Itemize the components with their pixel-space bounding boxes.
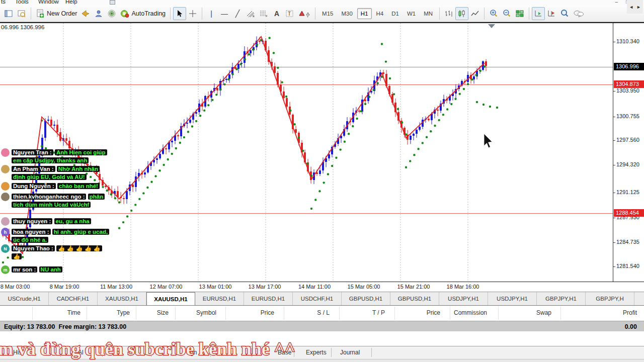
menu-window[interactable]: Window xyxy=(38,0,59,5)
symbol-tab-xauusd-h1[interactable]: XAUUSD,H1 xyxy=(98,292,146,305)
horizontal-line-icon[interactable]: — xyxy=(218,7,231,20)
timeframe-w1[interactable]: W1 xyxy=(404,8,419,19)
symbol-tab-xauusd-h1[interactable]: XAUUSD,H1 xyxy=(146,292,195,305)
symbol-tab-usdjpy-h1[interactable]: USDJPY,H1 xyxy=(488,292,537,305)
tile-windows-icon[interactable] xyxy=(513,7,526,20)
candle-body xyxy=(225,79,227,80)
candle-body xyxy=(358,111,360,112)
column-separator xyxy=(394,307,395,320)
chat-text: eu, gu a nha xyxy=(54,218,91,224)
sar-dot xyxy=(298,137,300,139)
mt4-window: ts Tools Window Help – □ × New Order xyxy=(0,0,644,362)
candle-body xyxy=(428,119,430,120)
symbol-tab-uscrude-h1[interactable]: USCrude,H1 xyxy=(0,292,49,305)
timeframe-h4[interactable]: H4 xyxy=(373,8,387,19)
auto-scroll-icon[interactable] xyxy=(532,7,545,20)
candle-body xyxy=(250,50,252,53)
shapes-icon[interactable] xyxy=(296,7,312,20)
new-order-button[interactable]: New Order xyxy=(34,7,79,20)
sar-dot xyxy=(114,197,116,199)
tab-scroll-right-icon[interactable]: ► xyxy=(636,5,641,10)
timeframe-mn[interactable]: MN xyxy=(420,8,436,19)
chat-author: Nguyen Thao : xyxy=(12,245,55,251)
sar-dot xyxy=(352,125,354,127)
candle-body xyxy=(53,125,55,126)
symbol-tab-usdchf-h1[interactable]: USDCHF,H1 xyxy=(293,292,342,305)
sar-dot xyxy=(348,133,350,135)
symbol-tab-gbpusd-h1[interactable]: GBPUSD,H1 xyxy=(342,292,390,305)
price-tick-label: 1310.340 xyxy=(616,38,639,44)
menu-charts[interactable]: ts xyxy=(1,0,6,5)
tab-scroll-left-icon[interactable]: ◄ xyxy=(629,5,633,10)
chat-text: NU anh xyxy=(39,266,62,273)
bar-chart-icon[interactable] xyxy=(442,7,455,20)
sar-dot xyxy=(268,37,270,39)
chart-region[interactable]: 06.996 1306.996 1310.3401303.9501300.755… xyxy=(0,23,644,282)
sar-dot xyxy=(118,227,120,229)
candle-body xyxy=(485,61,487,66)
avatar xyxy=(1,148,10,157)
crosshair-icon[interactable] xyxy=(186,7,199,20)
sar-dot xyxy=(138,198,140,200)
timeframe-m15[interactable]: M15 xyxy=(318,8,337,19)
time-axis[interactable]: 8 Mar 03:008 Mar 19:0011 Mar 13:0012 Mar… xyxy=(0,282,644,292)
channel-icon[interactable]: E xyxy=(244,7,257,20)
terminal-tab-journal[interactable]: Journal xyxy=(340,349,360,356)
trendline-icon[interactable]: ╱ xyxy=(231,7,244,20)
sar-dot xyxy=(244,58,246,60)
zoom-in-icon[interactable] xyxy=(487,7,500,20)
sar-dot xyxy=(372,89,374,91)
profiles-icon[interactable] xyxy=(15,7,28,20)
sar-dot xyxy=(463,88,465,90)
symbol-tab-cadchf-h1[interactable]: CADCHF,H1 xyxy=(49,292,98,305)
vertical-line-icon[interactable]: | xyxy=(205,7,218,20)
text-icon[interactable]: A xyxy=(270,7,283,20)
candle-body xyxy=(382,72,384,74)
candle-body xyxy=(413,134,415,136)
deposit-icon[interactable] xyxy=(79,7,92,20)
symbol-tab-gbpusd-h1[interactable]: GBPUSD,H1 xyxy=(390,292,439,305)
symbol-tab-eurusd-h1[interactable]: EURUSD,H1 xyxy=(195,292,244,305)
chat-icon[interactable] xyxy=(571,7,586,20)
symbol-tab-usdjpy-h1[interactable]: USDJPY,H1 xyxy=(439,292,488,305)
svg-text:E: E xyxy=(253,15,255,18)
price-tick-mark xyxy=(613,117,615,117)
sar-dot xyxy=(401,121,403,123)
text-label-icon[interactable]: T xyxy=(283,7,296,20)
timeframe-d1[interactable]: D1 xyxy=(388,8,403,19)
fibonacci-icon[interactable]: F xyxy=(257,7,270,20)
symbol-tab-gbpjpy-h1[interactable]: GBPJPY,H1 xyxy=(537,292,586,305)
terminal-column-swap: Swap xyxy=(536,309,551,316)
symbol-tab-gbpjpy-h[interactable]: GBPJPY,H xyxy=(586,292,634,305)
terminal-column-commission: Commission xyxy=(454,309,487,316)
price-scale[interactable]: 1310.3401303.9501300.7551297.5601294.320… xyxy=(613,23,644,282)
symbol-tab-eurusd-h1[interactable]: EURUSD,H1 xyxy=(244,292,293,305)
time-tick-label: 15 Mar 21:00 xyxy=(397,284,430,290)
candle-body xyxy=(56,125,58,132)
sonar-icon[interactable] xyxy=(105,7,118,20)
timeframe-m30[interactable]: M30 xyxy=(338,8,356,19)
price-tick-mark xyxy=(613,218,615,218)
line-chart-icon[interactable] xyxy=(468,7,481,20)
sar-dot xyxy=(385,60,387,62)
menu-tools[interactable]: Tools xyxy=(15,0,29,5)
candle-chart-icon[interactable] xyxy=(455,7,468,20)
chart-shift-icon[interactable] xyxy=(545,7,558,20)
minimize-button[interactable]: – xyxy=(615,0,618,5)
sar-dot xyxy=(102,186,104,188)
autotrading-button[interactable]: AutoTrading xyxy=(118,7,168,20)
sar-dot xyxy=(252,48,254,50)
toolbar: New Order AutoTrading | — ╱ E F xyxy=(0,5,644,22)
terminal-column-type: Type xyxy=(117,309,130,316)
cursor-icon[interactable] xyxy=(173,7,186,20)
sar-dot xyxy=(459,93,461,95)
zoom-out-icon[interactable] xyxy=(500,7,513,20)
timeframe-h1[interactable]: H1 xyxy=(357,8,372,19)
terminal-column-price: Price xyxy=(261,309,274,316)
menu-help[interactable]: Help xyxy=(65,0,77,5)
chart-window-icon[interactable] xyxy=(2,7,15,20)
candle-body xyxy=(177,135,179,136)
candle-body xyxy=(144,172,146,174)
search-icon[interactable] xyxy=(558,7,571,20)
client-terminal-icon[interactable] xyxy=(92,7,105,20)
